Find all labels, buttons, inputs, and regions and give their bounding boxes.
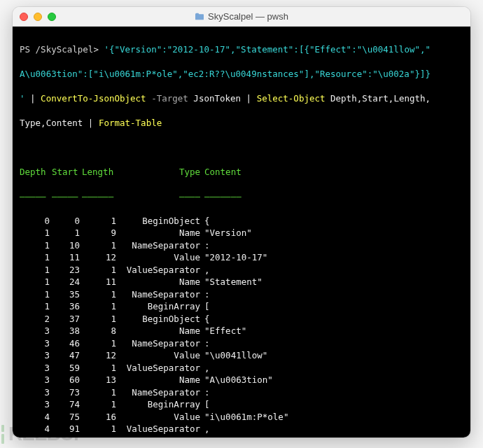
table-row: 1231ValueSeparator, — [20, 264, 463, 276]
table-rows: 001BeginObject{119Name"Version"1101NameS… — [20, 215, 463, 438]
minimize-button[interactable] — [34, 13, 42, 21]
cell-start: 59 — [50, 362, 80, 374]
cell-depth: 3 — [20, 398, 50, 411]
cell-start: 47 — [50, 349, 80, 362]
cell-depth: 1 — [20, 288, 50, 301]
cell-length: 1 — [80, 398, 116, 411]
table-row: 12411Name"Statement" — [20, 276, 463, 288]
ul-start: ————— — [50, 190, 80, 203]
hdr-depth: Depth — [20, 166, 50, 178]
cell-length: 1 — [80, 337, 116, 350]
table-row: 1351NameSeparator: — [20, 288, 463, 301]
pipe2: | — [241, 93, 257, 104]
prompt-gt: > — [93, 44, 104, 55]
cell-content: , — [200, 423, 210, 435]
cell-type: Name — [116, 325, 200, 337]
cell-start: 23 — [50, 264, 80, 276]
cell-content: : — [200, 288, 210, 301]
table-row: 119Name"Version" — [20, 227, 463, 239]
cell-length: 8 — [80, 325, 116, 337]
close-button[interactable] — [20, 13, 28, 21]
comma4: , — [41, 118, 46, 128]
cell-depth: 1 — [20, 264, 50, 276]
cell-type: NameSeparator — [116, 288, 200, 301]
cell-content: { — [200, 313, 210, 326]
prompt-line-1: PS /SkyScalpel> '{"Version":"2012-10-17"… — [20, 43, 463, 56]
cell-depth: 4 — [20, 411, 50, 424]
cell-content: [ — [200, 300, 210, 313]
cell-length: 12 — [80, 349, 116, 362]
pipe3: | — [83, 118, 99, 128]
cell-depth: 1 — [20, 251, 50, 264]
input-line3-quote: ' — [20, 93, 25, 104]
cell-content: "A\u0063tion" — [200, 374, 273, 386]
cell-depth: 3 — [20, 386, 50, 399]
cell-start: 75 — [50, 411, 80, 424]
table-row: 001BeginObject{ — [20, 215, 463, 227]
cell-length: 1 — [80, 300, 116, 313]
titlebar[interactable]: SkyScalpel — pwsh — [13, 7, 470, 27]
table-row: 3591ValueSeparator, — [20, 362, 463, 374]
terminal-body[interactable]: PS /SkyScalpel> '{"Version":"2012-10-17"… — [13, 27, 470, 438]
prompt-line-3: ' | ConvertTo-JsonObject -Target JsonTok… — [20, 92, 463, 105]
cell-content: , — [200, 264, 210, 276]
traffic-lights — [20, 13, 56, 21]
cell-type: ValueSeparator — [116, 423, 200, 435]
cell-start: 60 — [50, 374, 80, 386]
cell-type: Name — [116, 276, 200, 288]
target-flag: -Target — [146, 93, 194, 104]
cell-start: 1 — [50, 227, 80, 239]
cell-content: "i\u0061m:P*ole" — [200, 411, 288, 424]
cell-depth: 2 — [20, 313, 50, 326]
prompt-line-4: Type,Content | Format-Table — [20, 117, 463, 130]
cell-length: 12 — [80, 251, 116, 264]
pipe1: | — [25, 93, 41, 104]
cell-content: : — [200, 239, 210, 252]
cell-length: 1 — [80, 215, 116, 227]
cell-length: 16 — [80, 411, 116, 424]
input-line2: A\u0063tion":["i\u0061m:P*ole","ec2:R??\… — [20, 69, 430, 79]
cell-length: 9 — [80, 227, 116, 239]
cmd-convertto: ConvertTo-JsonObject — [41, 93, 146, 104]
table-row: 1101NameSeparator: — [20, 239, 463, 252]
cell-start: 38 — [50, 325, 80, 337]
cell-depth: 3 — [20, 362, 50, 374]
maximize-button[interactable] — [48, 13, 56, 21]
window-title: SkyScalpel — pwsh — [13, 11, 470, 22]
cell-length: 23 — [80, 435, 116, 438]
terminal-window: SkyScalpel — pwsh PS /SkyScalpel> '{"Ver… — [13, 7, 470, 438]
cell-depth: 4 — [20, 435, 50, 438]
props-length: Length — [393, 93, 425, 104]
folder-icon — [195, 13, 204, 21]
cell-length: 1 — [80, 313, 116, 326]
cell-content: "\u0041llow" — [200, 349, 267, 362]
props-content: Content — [46, 118, 83, 128]
ul-content: ——————— — [200, 190, 241, 203]
cell-start: 73 — [50, 386, 80, 399]
cell-length: 13 — [80, 374, 116, 386]
cell-type: Value — [116, 435, 200, 438]
cell-type: NameSeparator — [116, 337, 200, 350]
cell-content: { — [200, 215, 210, 227]
props-start: Start — [362, 93, 388, 104]
window-title-text: SkyScalpel — pwsh — [208, 11, 288, 22]
cell-length: 11 — [80, 276, 116, 288]
prompt-ps: PS — [20, 44, 36, 55]
cell-length: 1 — [80, 423, 116, 435]
cell-depth: 3 — [20, 349, 50, 362]
input-line1: '{"Version":"2012-10-17","Statement":[{"… — [104, 44, 430, 55]
cell-content: "Version" — [200, 227, 252, 239]
cell-start: 37 — [50, 313, 80, 326]
cell-type: Value — [116, 349, 200, 362]
cmd-select: Select-Object — [257, 93, 326, 104]
ul-type: ———— — [116, 190, 200, 203]
table-row: 1361BeginArray[ — [20, 300, 463, 313]
cell-type: NameSeparator — [116, 239, 200, 252]
cell-length: 1 — [80, 239, 116, 252]
cell-content: : — [200, 337, 210, 350]
props-type: Type — [20, 118, 41, 128]
cell-content: , — [200, 362, 210, 374]
cell-length: 1 — [80, 362, 116, 374]
cell-depth: 0 — [20, 215, 50, 227]
cell-depth: 1 — [20, 276, 50, 288]
